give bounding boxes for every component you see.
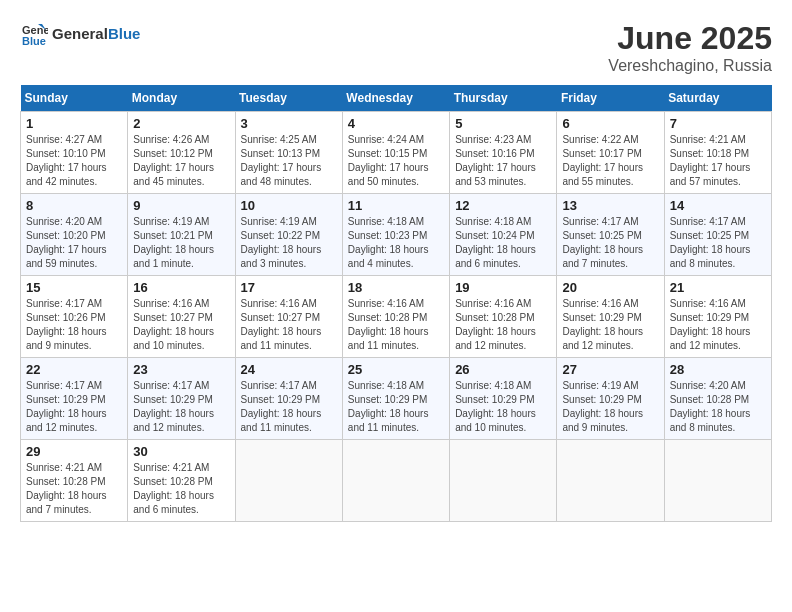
header: General Blue GeneralBlue June 2025 Veres… <box>20 20 772 75</box>
day-number: 11 <box>348 198 444 213</box>
calendar-cell: 30Sunrise: 4:21 AM Sunset: 10:28 PM Dayl… <box>128 440 235 522</box>
logo-general: General <box>52 25 108 42</box>
calendar-cell: 12Sunrise: 4:18 AM Sunset: 10:24 PM Dayl… <box>450 194 557 276</box>
calendar-cell: 15Sunrise: 4:17 AM Sunset: 10:26 PM Dayl… <box>21 276 128 358</box>
day-info: Sunrise: 4:22 AM Sunset: 10:17 PM Daylig… <box>562 133 658 189</box>
logo-icon: General Blue <box>20 20 48 48</box>
calendar-cell <box>450 440 557 522</box>
calendar-cell: 18Sunrise: 4:16 AM Sunset: 10:28 PM Dayl… <box>342 276 449 358</box>
col-header-sunday: Sunday <box>21 85 128 112</box>
svg-text:Blue: Blue <box>22 35 46 47</box>
day-number: 2 <box>133 116 229 131</box>
day-info: Sunrise: 4:17 AM Sunset: 10:26 PM Daylig… <box>26 297 122 353</box>
day-info: Sunrise: 4:19 AM Sunset: 10:21 PM Daylig… <box>133 215 229 271</box>
week-row-1: 8Sunrise: 4:20 AM Sunset: 10:20 PM Dayli… <box>21 194 772 276</box>
day-info: Sunrise: 4:20 AM Sunset: 10:20 PM Daylig… <box>26 215 122 271</box>
day-info: Sunrise: 4:25 AM Sunset: 10:13 PM Daylig… <box>241 133 337 189</box>
day-info: Sunrise: 4:17 AM Sunset: 10:29 PM Daylig… <box>133 379 229 435</box>
day-number: 7 <box>670 116 766 131</box>
day-number: 10 <box>241 198 337 213</box>
day-info: Sunrise: 4:16 AM Sunset: 10:27 PM Daylig… <box>241 297 337 353</box>
calendar-cell: 26Sunrise: 4:18 AM Sunset: 10:29 PM Dayl… <box>450 358 557 440</box>
calendar-table: SundayMondayTuesdayWednesdayThursdayFrid… <box>20 85 772 522</box>
calendar-cell: 21Sunrise: 4:16 AM Sunset: 10:29 PM Dayl… <box>664 276 771 358</box>
calendar-cell: 19Sunrise: 4:16 AM Sunset: 10:28 PM Dayl… <box>450 276 557 358</box>
day-number: 15 <box>26 280 122 295</box>
day-number: 24 <box>241 362 337 377</box>
header-row: SundayMondayTuesdayWednesdayThursdayFrid… <box>21 85 772 112</box>
calendar-cell: 25Sunrise: 4:18 AM Sunset: 10:29 PM Dayl… <box>342 358 449 440</box>
day-info: Sunrise: 4:18 AM Sunset: 10:29 PM Daylig… <box>348 379 444 435</box>
day-info: Sunrise: 4:26 AM Sunset: 10:12 PM Daylig… <box>133 133 229 189</box>
day-info: Sunrise: 4:16 AM Sunset: 10:29 PM Daylig… <box>670 297 766 353</box>
day-number: 13 <box>562 198 658 213</box>
calendar-cell: 28Sunrise: 4:20 AM Sunset: 10:28 PM Dayl… <box>664 358 771 440</box>
calendar-cell: 29Sunrise: 4:21 AM Sunset: 10:28 PM Dayl… <box>21 440 128 522</box>
calendar-cell: 1Sunrise: 4:27 AM Sunset: 10:10 PM Dayli… <box>21 112 128 194</box>
day-info: Sunrise: 4:21 AM Sunset: 10:18 PM Daylig… <box>670 133 766 189</box>
calendar-cell: 16Sunrise: 4:16 AM Sunset: 10:27 PM Dayl… <box>128 276 235 358</box>
col-header-tuesday: Tuesday <box>235 85 342 112</box>
day-number: 3 <box>241 116 337 131</box>
day-info: Sunrise: 4:17 AM Sunset: 10:25 PM Daylig… <box>562 215 658 271</box>
calendar-cell: 7Sunrise: 4:21 AM Sunset: 10:18 PM Dayli… <box>664 112 771 194</box>
day-info: Sunrise: 4:16 AM Sunset: 10:28 PM Daylig… <box>348 297 444 353</box>
calendar-cell: 3Sunrise: 4:25 AM Sunset: 10:13 PM Dayli… <box>235 112 342 194</box>
calendar-cell: 24Sunrise: 4:17 AM Sunset: 10:29 PM Dayl… <box>235 358 342 440</box>
day-number: 19 <box>455 280 551 295</box>
col-header-wednesday: Wednesday <box>342 85 449 112</box>
day-number: 27 <box>562 362 658 377</box>
week-row-0: 1Sunrise: 4:27 AM Sunset: 10:10 PM Dayli… <box>21 112 772 194</box>
week-row-3: 22Sunrise: 4:17 AM Sunset: 10:29 PM Dayl… <box>21 358 772 440</box>
day-number: 23 <box>133 362 229 377</box>
day-info: Sunrise: 4:17 AM Sunset: 10:29 PM Daylig… <box>241 379 337 435</box>
calendar-cell: 22Sunrise: 4:17 AM Sunset: 10:29 PM Dayl… <box>21 358 128 440</box>
day-info: Sunrise: 4:27 AM Sunset: 10:10 PM Daylig… <box>26 133 122 189</box>
day-number: 30 <box>133 444 229 459</box>
col-header-friday: Friday <box>557 85 664 112</box>
calendar-cell: 8Sunrise: 4:20 AM Sunset: 10:20 PM Dayli… <box>21 194 128 276</box>
calendar-cell: 20Sunrise: 4:16 AM Sunset: 10:29 PM Dayl… <box>557 276 664 358</box>
day-info: Sunrise: 4:18 AM Sunset: 10:24 PM Daylig… <box>455 215 551 271</box>
day-info: Sunrise: 4:21 AM Sunset: 10:28 PM Daylig… <box>26 461 122 517</box>
calendar-cell: 14Sunrise: 4:17 AM Sunset: 10:25 PM Dayl… <box>664 194 771 276</box>
day-info: Sunrise: 4:18 AM Sunset: 10:23 PM Daylig… <box>348 215 444 271</box>
day-info: Sunrise: 4:19 AM Sunset: 10:22 PM Daylig… <box>241 215 337 271</box>
col-header-saturday: Saturday <box>664 85 771 112</box>
day-number: 6 <box>562 116 658 131</box>
calendar-cell: 10Sunrise: 4:19 AM Sunset: 10:22 PM Dayl… <box>235 194 342 276</box>
day-info: Sunrise: 4:16 AM Sunset: 10:27 PM Daylig… <box>133 297 229 353</box>
day-number: 16 <box>133 280 229 295</box>
day-number: 26 <box>455 362 551 377</box>
day-number: 4 <box>348 116 444 131</box>
calendar-cell: 6Sunrise: 4:22 AM Sunset: 10:17 PM Dayli… <box>557 112 664 194</box>
day-number: 21 <box>670 280 766 295</box>
calendar-cell: 23Sunrise: 4:17 AM Sunset: 10:29 PM Dayl… <box>128 358 235 440</box>
week-row-4: 29Sunrise: 4:21 AM Sunset: 10:28 PM Dayl… <box>21 440 772 522</box>
day-number: 29 <box>26 444 122 459</box>
day-info: Sunrise: 4:20 AM Sunset: 10:28 PM Daylig… <box>670 379 766 435</box>
calendar-cell: 2Sunrise: 4:26 AM Sunset: 10:12 PM Dayli… <box>128 112 235 194</box>
calendar-cell: 11Sunrise: 4:18 AM Sunset: 10:23 PM Dayl… <box>342 194 449 276</box>
day-number: 12 <box>455 198 551 213</box>
calendar-title: June 2025 <box>608 20 772 57</box>
calendar-cell <box>664 440 771 522</box>
day-number: 28 <box>670 362 766 377</box>
day-info: Sunrise: 4:18 AM Sunset: 10:29 PM Daylig… <box>455 379 551 435</box>
calendar-cell: 5Sunrise: 4:23 AM Sunset: 10:16 PM Dayli… <box>450 112 557 194</box>
day-number: 22 <box>26 362 122 377</box>
day-number: 18 <box>348 280 444 295</box>
day-number: 9 <box>133 198 229 213</box>
col-header-monday: Monday <box>128 85 235 112</box>
calendar-cell: 17Sunrise: 4:16 AM Sunset: 10:27 PM Dayl… <box>235 276 342 358</box>
day-number: 1 <box>26 116 122 131</box>
day-number: 20 <box>562 280 658 295</box>
day-number: 17 <box>241 280 337 295</box>
calendar-cell <box>557 440 664 522</box>
day-number: 8 <box>26 198 122 213</box>
title-area: June 2025 Vereshchagino, Russia <box>608 20 772 75</box>
day-info: Sunrise: 4:16 AM Sunset: 10:28 PM Daylig… <box>455 297 551 353</box>
calendar-cell <box>342 440 449 522</box>
col-header-thursday: Thursday <box>450 85 557 112</box>
logo: General Blue GeneralBlue <box>20 20 140 48</box>
